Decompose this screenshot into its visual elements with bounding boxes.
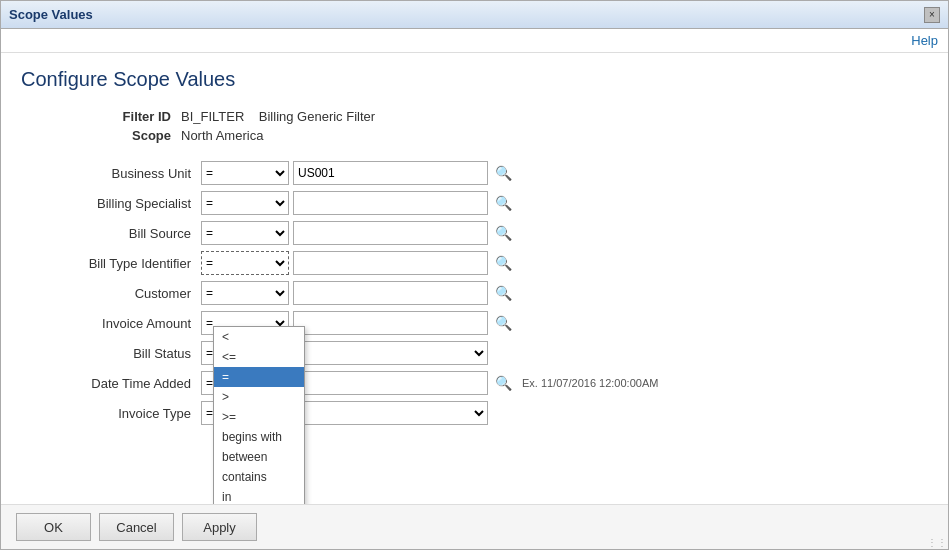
scope-value: North America <box>181 128 263 143</box>
footer: OK Cancel Apply <box>1 504 948 549</box>
operator-dropdown: < <= = > >= begins with between contains… <box>213 326 305 504</box>
bill-source-input[interactable] <box>293 221 488 245</box>
business-unit-label: Business Unit <box>21 166 201 181</box>
dropdown-item-gt[interactable]: > <box>214 387 304 407</box>
bill-type-identifier-label: Bill Type Identifier <box>21 256 201 271</box>
main-content: Configure Scope Values Filter ID BI_FILT… <box>1 53 948 504</box>
bill-source-row: Bill Source =<<=>>=begins withbetweencon… <box>21 221 928 245</box>
invoice-amount-row: Invoice Amount =<<=>>=begins withbetween… <box>21 311 928 335</box>
billing-specialist-controls: =<<=>>=begins withbetweencontainsinnot= … <box>201 191 514 215</box>
dropdown-item-lte[interactable]: <= <box>214 347 304 367</box>
business-unit-search-icon[interactable]: 🔍 <box>492 162 514 184</box>
bill-source-label: Bill Source <box>21 226 201 241</box>
date-time-added-row: Date Time Added =<<=>>=begins withbetwee… <box>21 371 928 395</box>
bill-source-operator[interactable]: =<<=>>=begins withbetweencontainsinnot= <box>201 221 289 245</box>
business-unit-row: Business Unit =<<=>>=begins withbetweenc… <box>21 161 928 185</box>
business-unit-input[interactable] <box>293 161 488 185</box>
dropdown-item-in[interactable]: in <box>214 487 304 504</box>
business-unit-operator[interactable]: =<<=>>=begins withbetweencontainsinnot= <box>201 161 289 185</box>
dropdown-item-gte[interactable]: >= <box>214 407 304 427</box>
date-time-added-input[interactable] <box>293 371 488 395</box>
datetime-hint: Ex. 11/07/2016 12:00:00AM <box>522 377 658 389</box>
scope-values-window: Scope Values × Help Configure Scope Valu… <box>0 0 949 550</box>
customer-operator[interactable]: =<<=>>=begins withbetweencontainsinnot= <box>201 281 289 305</box>
customer-search-icon[interactable]: 🔍 <box>492 282 514 304</box>
dropdown-item-begins-with[interactable]: begins with <box>214 427 304 447</box>
close-button[interactable]: × <box>924 7 940 23</box>
invoice-type-row: Invoice Type =<<=>>=begins withbetweenco… <box>21 401 928 425</box>
bill-status-row: Bill Status =<<=>>=begins withbetweencon… <box>21 341 928 365</box>
resize-handle[interactable]: ⋮⋮ <box>927 537 947 548</box>
scope-row: Scope North America <box>101 128 928 143</box>
business-unit-controls: =<<=>>=begins withbetweencontainsinnot= … <box>201 161 514 185</box>
filter-id-label: Filter ID <box>101 109 171 124</box>
apply-button[interactable]: Apply <box>182 513 257 541</box>
dropdown-item-lt[interactable]: < <box>214 327 304 347</box>
bill-source-search-icon[interactable]: 🔍 <box>492 222 514 244</box>
title-bar: Scope Values × <box>1 1 948 29</box>
filter-info: Filter ID BI_FILTER Billing Generic Filt… <box>101 109 928 143</box>
scope-label: Scope <box>101 128 171 143</box>
bill-type-identifier-operator[interactable]: = <box>201 251 289 275</box>
billing-specialist-search-icon[interactable]: 🔍 <box>492 192 514 214</box>
dropdown-item-eq[interactable]: = <box>214 367 304 387</box>
filter-id-row: Filter ID BI_FILTER Billing Generic Filt… <box>101 109 928 124</box>
ok-button[interactable]: OK <box>16 513 91 541</box>
billing-specialist-input[interactable] <box>293 191 488 215</box>
help-link[interactable]: Help <box>911 33 938 48</box>
bill-type-identifier-input[interactable] <box>293 251 488 275</box>
date-time-added-search-icon[interactable]: 🔍 <box>492 372 514 394</box>
filter-id-value: BI_FILTER Billing Generic Filter <box>181 109 375 124</box>
dropdown-item-between[interactable]: between <box>214 447 304 467</box>
bill-type-identifier-controls: = 🔍 <box>201 251 514 275</box>
billing-specialist-row: Billing Specialist =<<=>>=begins withbet… <box>21 191 928 215</box>
billing-specialist-label: Billing Specialist <box>21 196 201 211</box>
invoice-amount-input[interactable] <box>293 311 488 335</box>
customer-row: Customer =<<=>>=begins withbetweencontai… <box>21 281 928 305</box>
form-section: Business Unit =<<=>>=begins withbetweenc… <box>21 161 928 425</box>
cancel-button[interactable]: Cancel <box>99 513 174 541</box>
date-time-added-label: Date Time Added <box>21 376 201 391</box>
window-title: Scope Values <box>9 7 93 22</box>
bill-type-identifier-row: Bill Type Identifier = 🔍 <box>21 251 928 275</box>
page-title: Configure Scope Values <box>21 68 928 91</box>
invoice-type-label: Invoice Type <box>21 406 201 421</box>
bill-status-label: Bill Status <box>21 346 201 361</box>
billing-specialist-operator[interactable]: =<<=>>=begins withbetweencontainsinnot= <box>201 191 289 215</box>
bill-type-identifier-search-icon[interactable]: 🔍 <box>492 252 514 274</box>
invoice-amount-label: Invoice Amount <box>21 316 201 331</box>
dropdown-item-contains[interactable]: contains <box>214 467 304 487</box>
customer-label: Customer <box>21 286 201 301</box>
customer-controls: =<<=>>=begins withbetweencontainsinnot= … <box>201 281 514 305</box>
customer-input[interactable] <box>293 281 488 305</box>
invoice-type-select[interactable] <box>293 401 488 425</box>
invoice-amount-search-icon[interactable]: 🔍 <box>492 312 514 334</box>
bill-status-select[interactable] <box>293 341 488 365</box>
help-bar: Help <box>1 29 948 53</box>
bill-source-controls: =<<=>>=begins withbetweencontainsinnot= … <box>201 221 514 245</box>
